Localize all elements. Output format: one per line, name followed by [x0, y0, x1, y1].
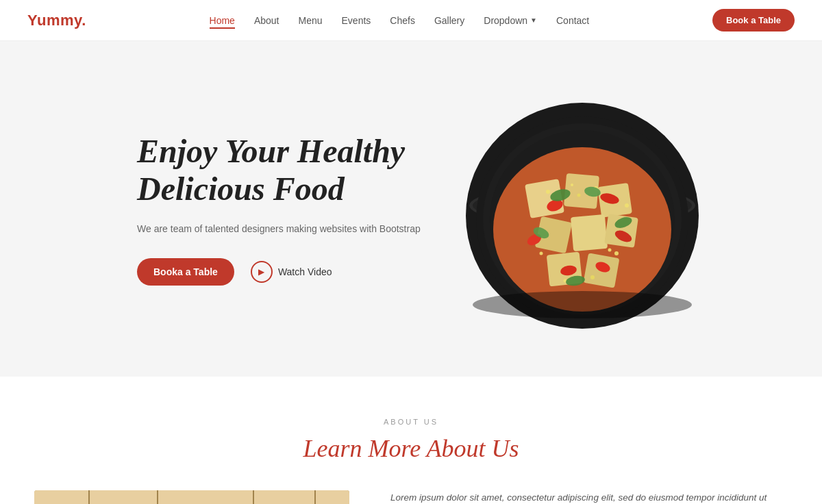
about-image	[34, 490, 349, 504]
about-text: Lorem ipsum dolor sit amet, consectetur …	[390, 490, 788, 504]
nav-contact[interactable]: Contact	[556, 15, 589, 26]
hero-actions: Booka a Table ▶ Watch Video	[137, 258, 425, 286]
watch-video-button[interactable]: ▶ Watch Video	[251, 261, 332, 283]
svg-rect-38	[34, 490, 349, 504]
about-section-title: Learn More About Us	[27, 434, 795, 463]
hero-book-button[interactable]: Booka a Table	[137, 258, 234, 286]
hero-content: Enjoy Your Healthy Delicious Food We are…	[137, 132, 425, 286]
watch-video-label: Watch Video	[278, 266, 332, 277]
logo-dot: .	[82, 12, 86, 29]
nav-about[interactable]: About	[254, 15, 279, 26]
nav-links: Home About Menu Events Chefs Gallery Dro…	[210, 14, 590, 27]
hero-description: We are team of talented designers making…	[137, 221, 425, 236]
food-bowl-image	[459, 86, 706, 332]
hero-title: Enjoy Your Healthy Delicious Food	[137, 132, 425, 207]
nav-chefs[interactable]: Chefs	[390, 15, 415, 26]
svg-point-21	[546, 190, 550, 194]
about-section-label: ABOUT US	[27, 418, 795, 426]
nav-dropdown[interactable]: Dropdown ▼	[484, 15, 537, 26]
svg-point-36	[473, 291, 692, 318]
navbar: Yummy. Home About Menu Events Chefs Gall…	[0, 0, 822, 41]
svg-point-24	[625, 203, 629, 207]
book-table-button[interactable]: Book a Table	[712, 9, 795, 32]
svg-point-26	[614, 251, 619, 255]
svg-point-23	[577, 194, 581, 197]
about-title-prefix: Learn More	[303, 435, 427, 462]
nav-menu[interactable]: Menu	[298, 15, 322, 26]
play-icon: ▶	[251, 261, 273, 283]
nav-events[interactable]: Events	[342, 15, 371, 26]
nav-home[interactable]: Home	[210, 15, 235, 29]
logo: Yummy.	[27, 12, 86, 29]
about-content: Lorem ipsum dolor sit amet, consectetur …	[34, 490, 788, 504]
svg-point-30	[608, 249, 612, 252]
hero-section: Enjoy Your Healthy Delicious Food We are…	[0, 41, 822, 377]
svg-rect-11	[571, 214, 608, 251]
svg-point-29	[571, 184, 573, 186]
logo-text: Yummy	[27, 12, 82, 29]
about-description: Lorem ipsum dolor sit amet, consectetur …	[390, 490, 788, 504]
about-title-highlight: About Us	[427, 435, 519, 462]
nav-gallery[interactable]: Gallery	[434, 15, 464, 26]
svg-point-28	[590, 275, 595, 279]
about-section: ABOUT US Learn More About Us	[0, 377, 822, 504]
restaurant-interior-image	[34, 490, 349, 504]
hero-image	[425, 86, 740, 332]
svg-point-25	[540, 252, 543, 255]
chevron-down-icon: ▼	[530, 16, 537, 24]
